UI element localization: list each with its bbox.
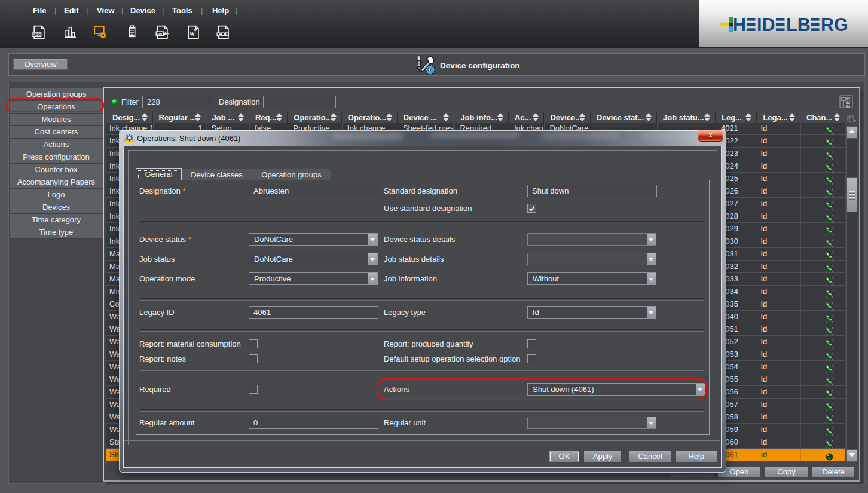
svg-text:ABC: ABC (33, 32, 41, 36)
svg-text:RG: RG (821, 14, 848, 35)
svg-text:ABC: ABC (156, 32, 163, 36)
svg-text:W: W (190, 31, 195, 37)
svg-text:H: H (733, 14, 746, 35)
svg-text:ID: ID (757, 14, 775, 35)
svg-text:LB: LB (786, 14, 811, 35)
